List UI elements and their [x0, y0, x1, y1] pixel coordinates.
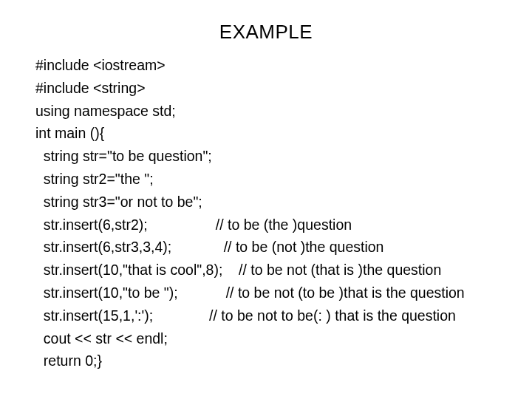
code-line: #include <iostream>	[35, 54, 497, 77]
code-line: #include <string>	[35, 77, 497, 100]
code-line: string str2="the ";	[35, 168, 497, 191]
code-line: str.insert(10,"to be "); // to be not (t…	[35, 282, 497, 304]
code-line: cout << str << endl;	[35, 327, 497, 350]
code-line: string str="to be question";	[35, 145, 497, 168]
page-title: EXAMPLE	[35, 21, 497, 44]
code-line: str.insert(10,"that is cool",8); // to b…	[35, 259, 497, 282]
code-line: int main (){	[35, 122, 497, 145]
code-block: #include <iostream> #include <string> us…	[35, 54, 497, 372]
code-line: string str3="or not to be";	[35, 191, 497, 214]
code-line: str.insert(6,str3,3,4); // to be (not )t…	[35, 236, 497, 259]
code-line: using namespace std;	[35, 100, 497, 123]
code-line: return 0;}	[35, 349, 497, 372]
code-line: str.insert(15,1,':'); // to be not to be…	[35, 304, 497, 327]
code-line: str.insert(6,str2); // to be (the )quest…	[35, 214, 497, 236]
